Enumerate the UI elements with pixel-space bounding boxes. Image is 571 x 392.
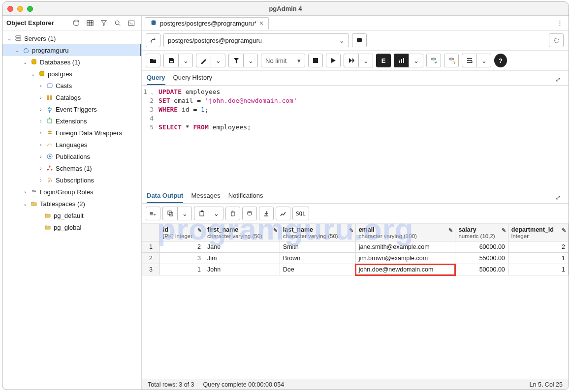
edit-icon[interactable]: ✎ xyxy=(448,227,453,234)
analyze-dropdown[interactable]: ⌄ xyxy=(409,54,423,67)
tree-servers[interactable]: ⌄Servers (1) xyxy=(2,32,141,44)
add-row-button[interactable]: ≡₊ xyxy=(146,207,160,220)
col-email[interactable]: emailcharacter varying (100)✎ xyxy=(355,224,455,241)
explain-dropdown[interactable]: ⌄ xyxy=(358,54,373,67)
tree-fdw[interactable]: ›Foreign Data Wrappers xyxy=(2,127,141,139)
close-window-icon[interactable] xyxy=(7,6,13,12)
terminal-icon-button[interactable] xyxy=(126,18,137,29)
svg-rect-3 xyxy=(128,21,134,26)
explain-button[interactable] xyxy=(344,54,358,67)
save-button[interactable] xyxy=(163,54,178,67)
tree-login-roles[interactable]: ›Login/Group Roles xyxy=(2,186,141,198)
table-row[interactable]: 2 3 Jim Brown jim.brown@example.com 5500… xyxy=(142,253,569,264)
roles-icon xyxy=(30,188,38,195)
tree-ts-global[interactable]: pg_global xyxy=(2,221,141,233)
col-salary[interactable]: salarynumeric (10,2)✎ xyxy=(455,224,508,241)
table-row[interactable]: 3 1 John Doe john.doe@newdomain.com 5000… xyxy=(142,264,569,275)
svg-point-30 xyxy=(431,58,436,60)
edit-dropdown[interactable]: ⌄ xyxy=(211,54,225,67)
app-window: pgAdmin 4 Object Explorer ⌄Servers (1) ⌄… xyxy=(2,1,569,390)
tree-tablespaces[interactable]: ⌄Tablespaces (2) xyxy=(2,198,141,210)
db-icon-button[interactable] xyxy=(70,18,82,29)
chart-button[interactable] xyxy=(276,207,290,220)
close-tab-icon[interactable]: × xyxy=(259,20,263,27)
macros-button[interactable] xyxy=(462,54,476,67)
edit-button[interactable] xyxy=(196,54,211,67)
copy-dropdown[interactable]: ⌄ xyxy=(177,207,192,220)
highlighted-email-cell[interactable]: john.doe@newdomain.com xyxy=(355,264,455,275)
explain-analyze-button[interactable]: E xyxy=(376,54,391,67)
edit-icon[interactable]: ✎ xyxy=(562,227,566,234)
limit-selector[interactable]: No limit▾ xyxy=(261,54,305,67)
tree-db-postgres[interactable]: ⌄postgres xyxy=(2,68,141,80)
edit-icon[interactable]: ✎ xyxy=(502,227,506,234)
filter-button[interactable] xyxy=(228,54,243,67)
svg-rect-29 xyxy=(403,58,404,63)
maximize-window-icon[interactable] xyxy=(27,6,33,12)
expand-editor-icon[interactable]: ⤢ xyxy=(552,74,564,85)
tree-subscriptions[interactable]: ›Subscriptions xyxy=(2,174,141,186)
tree-languages[interactable]: ›Languages xyxy=(2,139,141,151)
titlebar: pgAdmin 4 xyxy=(2,2,569,16)
tree-catalogs[interactable]: ›Catalogs xyxy=(2,91,141,103)
search-icon-button[interactable] xyxy=(112,18,124,29)
save-data-button[interactable] xyxy=(242,207,257,220)
tree-extensions[interactable]: ›Extensions xyxy=(2,115,141,127)
result-grid[interactable]: id[PK] integer✎ first_namecharacter vary… xyxy=(142,224,569,275)
grid-icon-button[interactable] xyxy=(84,18,96,29)
tree-databases[interactable]: ⌄Databases (1) xyxy=(2,56,141,68)
edit-icon[interactable]: ✎ xyxy=(273,227,278,234)
save-dropdown[interactable]: ⌄ xyxy=(178,54,193,67)
new-connection-button[interactable] xyxy=(352,33,367,47)
sql-view-button[interactable]: SQL xyxy=(292,207,309,220)
download-button[interactable] xyxy=(259,207,274,220)
database-icon xyxy=(38,70,46,77)
notifications-tab[interactable]: Notifications xyxy=(228,192,263,203)
col-last-name[interactable]: last_namecharacter varying (50)✎ xyxy=(280,224,355,241)
connection-selector[interactable]: postgres/postgres@programguru ⌄ xyxy=(163,33,349,47)
run-button[interactable] xyxy=(326,54,341,67)
extensions-icon xyxy=(46,118,54,124)
help-button[interactable]: ? xyxy=(494,54,507,67)
tree-server-programguru[interactable]: ⌄programguru xyxy=(2,44,141,56)
edit-icon[interactable]: ✎ xyxy=(349,227,353,234)
filter-dropdown[interactable]: ⌄ xyxy=(243,54,258,67)
tree-schemas[interactable]: ›Schemas (1) xyxy=(2,162,141,174)
paste-button[interactable] xyxy=(194,207,209,220)
sql-editor[interactable]: 1 ⌄2345 UPDATE employees SET email = 'jo… xyxy=(142,86,569,189)
svg-point-2 xyxy=(115,21,119,25)
query-tab[interactable]: Query xyxy=(147,74,165,85)
kebab-menu-icon[interactable]: ⋮ xyxy=(554,18,566,29)
col-id[interactable]: id[PK] integer✎ xyxy=(160,224,204,241)
expand-output-icon[interactable]: ⤢ xyxy=(552,192,564,203)
data-output-tab[interactable]: Data Output xyxy=(147,192,183,203)
table-row[interactable]: 1 2 Jane Smith jane.smith@example.com 60… xyxy=(142,241,569,253)
object-tree[interactable]: ⌄Servers (1) ⌄programguru ⌄Databases (1)… xyxy=(2,30,141,390)
macros-dropdown[interactable]: ⌄ xyxy=(476,54,491,67)
minimize-window-icon[interactable] xyxy=(17,6,23,12)
tree-event-triggers[interactable]: ›Event Triggers xyxy=(2,103,141,115)
editor-tab[interactable]: postgres/postgres@programguru* × xyxy=(145,17,269,29)
connection-toggle-button[interactable] xyxy=(146,33,160,47)
edit-icon[interactable]: ✎ xyxy=(197,227,202,234)
tree-publications[interactable]: ›Publications xyxy=(2,151,141,162)
paste-dropdown[interactable]: ⌄ xyxy=(209,207,223,220)
analyze-button[interactable] xyxy=(394,54,409,67)
tree-casts[interactable]: ›Casts xyxy=(2,80,141,91)
server-group-icon xyxy=(14,35,22,42)
copy-button[interactable] xyxy=(162,207,177,220)
rollback-button[interactable] xyxy=(444,54,459,67)
col-first-name[interactable]: first_namecharacter varying (50)✎ xyxy=(204,224,280,241)
delete-row-button[interactable] xyxy=(225,207,240,220)
col-department-id[interactable]: department_idinteger✎ xyxy=(508,224,568,241)
svg-rect-28 xyxy=(401,59,402,63)
stop-button[interactable] xyxy=(308,54,323,67)
reset-layout-button[interactable] xyxy=(549,33,564,47)
commit-button[interactable] xyxy=(426,54,441,67)
open-file-button[interactable] xyxy=(146,54,160,67)
svg-rect-26 xyxy=(313,58,318,63)
tree-ts-default[interactable]: pg_default xyxy=(2,210,141,221)
filter-icon-button[interactable] xyxy=(98,18,110,29)
messages-tab[interactable]: Messages xyxy=(191,192,220,203)
query-history-tab[interactable]: Query History xyxy=(173,74,212,85)
